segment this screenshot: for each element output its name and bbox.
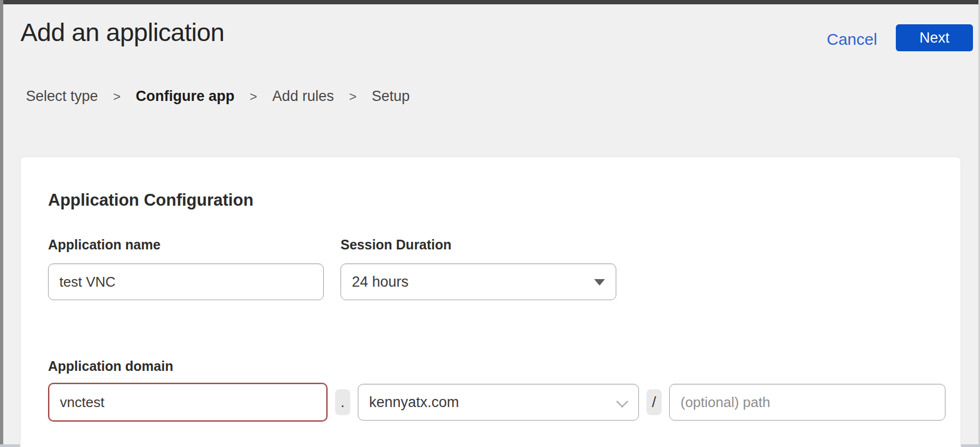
breadcrumb-step-select-type[interactable]: Select type xyxy=(26,88,98,105)
card-heading: Application Configuration xyxy=(48,191,961,210)
dot-separator: . xyxy=(335,389,350,415)
domain-select-value: kennyatx.com xyxy=(369,394,459,411)
session-duration-value: 24 hours xyxy=(352,274,409,290)
domain-select[interactable]: kennyatx.com xyxy=(358,384,639,421)
breadcrumb: Select type > Configure app > Add rules … xyxy=(26,88,410,105)
session-duration-select[interactable]: 24 hours xyxy=(341,263,616,300)
breadcrumb-step-add-rules[interactable]: Add rules xyxy=(273,88,334,105)
breadcrumb-separator-icon: > xyxy=(349,89,357,104)
application-name-label: Application name xyxy=(48,237,324,253)
breadcrumb-step-setup[interactable]: Setup xyxy=(372,88,410,105)
application-name-input[interactable] xyxy=(48,263,324,300)
window-frame-left xyxy=(0,0,3,447)
breadcrumb-separator-icon: > xyxy=(113,89,121,104)
breadcrumb-step-configure-app[interactable]: Configure app xyxy=(136,88,235,105)
breadcrumb-separator-icon: > xyxy=(250,89,257,104)
session-duration-label: Session Duration xyxy=(341,237,616,253)
path-input[interactable] xyxy=(669,384,945,421)
next-button[interactable]: Next xyxy=(896,24,973,51)
window-frame-top xyxy=(0,0,980,4)
page-title: Add an application xyxy=(21,17,224,47)
subdomain-input[interactable] xyxy=(48,383,328,422)
chevron-down-icon xyxy=(616,396,629,408)
application-configuration-card: Application Configuration Application na… xyxy=(20,157,961,447)
triangle-down-icon xyxy=(594,279,605,286)
slash-separator: / xyxy=(646,389,662,415)
cancel-button[interactable]: Cancel xyxy=(827,30,877,49)
application-domain-label: Application domain xyxy=(48,358,961,374)
